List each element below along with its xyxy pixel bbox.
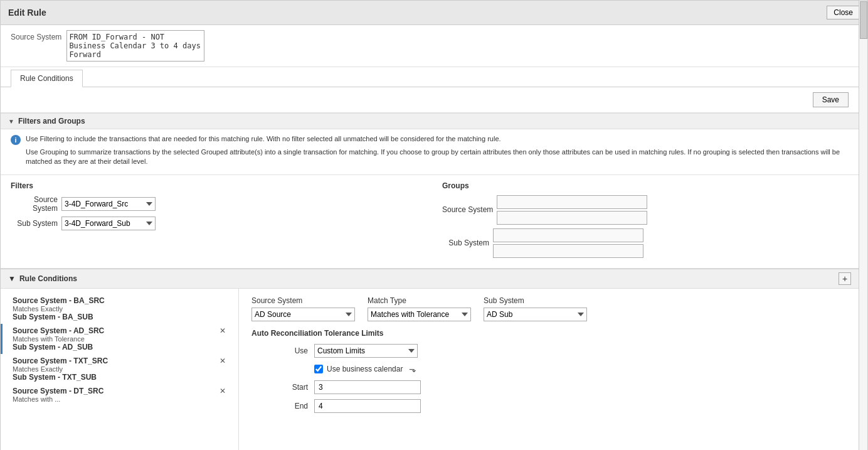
filters-col: Filters SourceSystem 3-4D_Forward_Src Su… [11,181,417,262]
end-label: End [251,402,308,410]
close-button[interactable]: Close [827,6,860,19]
detail-sub-system-label: Sub System [484,296,587,305]
source-system-group-row: Source System [442,195,849,225]
condition-item-2-content: Source System - AD_SRC Matches with Tole… [13,326,104,351]
condition-item-2[interactable]: Source System - AD_SRC Matches with Tole… [1,324,238,354]
detail-match-type: Match Type Matches with Tolerance Matche… [368,296,471,321]
condition-3-sub-title: Sub System - TXT_SUB [13,373,108,382]
tolerance-section: Auto Reconciliation Tolerance Limits Use… [251,329,846,413]
condition-item-3-row: Source System - TXT_SRC Matches Exactly … [13,356,228,382]
condition-item-3[interactable]: Source System - TXT_SRC Matches Exactly … [1,354,238,384]
condition-item-3-content: Source System - TXT_SRC Matches Exactly … [13,356,108,382]
condition-4-remove[interactable]: ✕ [217,387,228,395]
source-system-filter-label: SourceSystem [11,195,58,213]
description-label: Source System [11,30,61,41]
sub-system-filter-label: Sub System [11,219,58,228]
add-condition-button[interactable]: + [839,272,851,285]
cursor-indicator: ⬎ [409,364,416,374]
detail-sub-system: Sub System AD Sub [484,296,587,321]
use-label: Use [251,346,308,355]
filters-groups-header: ▼ Filters and Groups [1,113,859,129]
conditions-list: Source System - BA_SRC Matches Exactly S… [1,289,239,450]
description-textarea[interactable]: FROM ID_Forward - NOT Business Calendar … [66,30,204,62]
start-input[interactable] [314,380,421,394]
info-text-2: Use Grouping to summarize transactions b… [26,147,849,167]
rule-conditions-header: ▼ Rule Conditions + [1,269,859,289]
condition-1-match: Matches Exactly [13,305,105,313]
condition-3-title: Source System - TXT_SRC [13,356,108,365]
fg-columns: Filters SourceSystem 3-4D_Forward_Src Su… [11,181,849,262]
description-section: Source System FROM ID_Forward - NOT Busi… [1,25,859,67]
condition-2-match: Matches with Tolerance [13,335,104,343]
condition-item-4-content: Source System - DT_SRC Matches with ... [13,387,103,403]
main-content: Source System FROM ID_Forward - NOT Busi… [1,25,859,450]
edit-rule-dialog: Edit Rule Close Source System FROM ID_Fo… [0,0,868,450]
sub-system-group-input-2[interactable] [493,244,643,258]
save-button[interactable]: Save [813,92,849,107]
sub-system-filter-row: Sub System 3-4D_Forward_Sub [11,217,417,230]
detail-source-system: Source System AD Source [251,296,355,321]
end-row: End [251,399,846,413]
toolbar: Save [1,87,859,113]
condition-2-sub-title: Sub System - AD_SUB [13,343,104,351]
condition-item-4-row: Source System - DT_SRC Matches with ... … [13,387,228,403]
condition-3-remove[interactable]: ✕ [217,356,228,365]
tolerance-title: Auto Reconciliation Tolerance Limits [251,329,846,338]
scrollbar-thumb[interactable] [860,1,867,39]
condition-4-match: Matches with ... [13,395,103,403]
dialog-title: Edit Rule [8,8,46,18]
detail-sub-system-select[interactable]: AD Sub [484,308,587,321]
dialog-header: Edit Rule Close [1,1,867,25]
info-text-1: Use Filtering to include the transaction… [26,134,501,144]
rule-conditions-section: ▼ Rule Conditions + Source System - BA_S… [1,269,859,450]
rule-conditions-title: Rule Conditions [19,274,77,283]
detail-top-row: Source System AD Source Match Type Match… [251,296,846,321]
condition-1-title: Source System - BA_SRC [13,296,105,305]
tabs-bar: Rule Conditions [1,70,859,87]
condition-2-remove[interactable]: ✕ [217,326,228,335]
filters-title: Filters [11,181,417,190]
condition-1-sub-title: Sub System - BA_SUB [13,313,105,321]
condition-item-4[interactable]: Source System - DT_SRC Matches with ... … [1,384,238,405]
filters-groups-arrow: ▼ [8,118,14,125]
source-system-filter-select[interactable]: 3-4D_Forward_Src [61,197,156,211]
filters-groups-title: Filters and Groups [18,117,85,126]
tab-rule-conditions[interactable]: Rule Conditions [11,70,83,87]
start-label: Start [251,383,308,392]
custom-limits-select[interactable]: Custom Limits [314,344,418,358]
source-system-group-label: Source System [442,205,493,214]
rule-conditions-arrow: ▼ [8,274,16,283]
info-row-1: i Use Filtering to include the transacti… [11,134,849,145]
source-system-filter-row: SourceSystem 3-4D_Forward_Src [11,195,417,213]
detail-match-type-select[interactable]: Matches with Tolerance Matches Exactly [368,308,471,321]
conditions-detail: Source System AD Source Match Type Match… [239,289,859,450]
detail-source-system-select[interactable]: AD Source [251,308,355,321]
condition-item-1-content: Source System - BA_SRC Matches Exactly S… [13,296,105,321]
sub-system-group-label: Sub System [442,238,489,247]
source-system-group-input-2[interactable] [497,211,647,225]
rule-conditions-header-left: ▼ Rule Conditions [8,274,77,283]
condition-2-title: Source System - AD_SRC [13,326,104,335]
condition-item-1[interactable]: Source System - BA_SRC Matches Exactly S… [1,294,238,324]
condition-4-title: Source System - DT_SRC [13,387,103,395]
source-system-group-inputs [497,195,647,225]
scrollbar-track[interactable] [859,1,867,450]
info-row-2: Use Grouping to summarize transactions b… [26,147,849,167]
description-row: Source System FROM ID_Forward - NOT Busi… [11,30,849,62]
sub-system-group-input-1[interactable] [493,228,643,242]
filters-groups-section: Filters SourceSystem 3-4D_Forward_Src Su… [1,175,859,269]
sub-system-filter-select[interactable]: 3-4D_Forward_Sub [61,217,156,230]
condition-item-2-row: Source System - AD_SRC Matches with Tole… [13,326,228,351]
use-row: Use Custom Limits [251,344,846,358]
end-input[interactable] [314,399,421,413]
use-business-calendar-label: Use business calendar [327,365,403,373]
conditions-body: Source System - BA_SRC Matches Exactly S… [1,289,859,450]
use-business-calendar-row: Use business calendar ⬎ [314,364,846,374]
source-system-group-input-1[interactable] [497,195,647,209]
info-box: i Use Filtering to include the transacti… [1,129,859,175]
start-row: Start [251,380,846,394]
detail-match-type-label: Match Type [368,296,471,305]
groups-title: Groups [442,181,849,190]
use-business-calendar-checkbox[interactable] [314,365,323,373]
condition-item-1-row: Source System - BA_SRC Matches Exactly S… [13,296,228,321]
